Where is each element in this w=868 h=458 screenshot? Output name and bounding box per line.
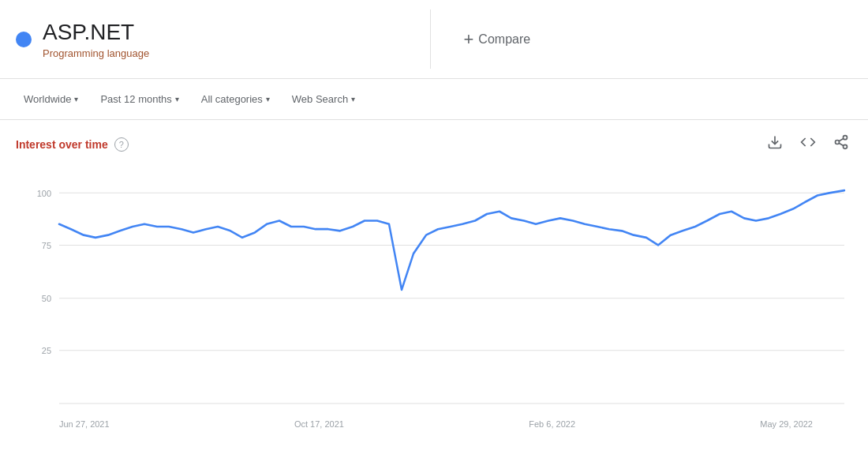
header-left: ASP.NET Programming language bbox=[16, 9, 431, 69]
x-label-2: Oct 17, 2021 bbox=[294, 419, 344, 429]
svg-text:50: 50 bbox=[42, 294, 51, 303]
chart-title: Interest over time bbox=[16, 138, 108, 151]
period-label: Past 12 months bbox=[100, 93, 171, 105]
compare-plus-icon: + bbox=[464, 29, 474, 50]
x-label-3: Feb 6, 2022 bbox=[529, 419, 575, 429]
embed-button[interactable] bbox=[797, 133, 819, 156]
trend-line bbox=[59, 190, 844, 290]
header: ASP.NET Programming language + Compare bbox=[0, 0, 868, 79]
search-type-label: Web Search bbox=[292, 93, 348, 105]
chevron-down-icon: ▾ bbox=[175, 95, 179, 103]
svg-point-3 bbox=[844, 145, 847, 148]
chart-header: Interest over time ? bbox=[16, 133, 852, 156]
svg-text:75: 75 bbox=[42, 240, 51, 250]
svg-text:25: 25 bbox=[42, 346, 51, 355]
svg-line-4 bbox=[839, 143, 844, 145]
term-title: ASP.NET bbox=[43, 19, 149, 46]
share-button[interactable] bbox=[830, 133, 852, 156]
x-label-4: May 29, 2022 bbox=[760, 419, 813, 429]
term-subtitle: Programming language bbox=[43, 47, 149, 59]
compare-button[interactable]: + Compare bbox=[455, 23, 541, 56]
chevron-down-icon: ▾ bbox=[351, 95, 355, 103]
chart-section: Interest over time ? bbox=[0, 120, 868, 437]
search-type-filter[interactable]: Web Search ▾ bbox=[284, 88, 363, 110]
chart-title-area: Interest over time ? bbox=[16, 137, 129, 152]
category-label: All categories bbox=[201, 93, 263, 105]
chevron-down-icon: ▾ bbox=[74, 95, 78, 103]
region-label: Worldwide bbox=[24, 93, 71, 105]
svg-line-5 bbox=[839, 138, 844, 141]
region-filter[interactable]: Worldwide ▾ bbox=[16, 88, 86, 110]
x-label-1: Jun 27, 2021 bbox=[59, 419, 110, 429]
category-filter[interactable]: All categories ▾ bbox=[193, 88, 278, 110]
header-right: + Compare bbox=[431, 23, 853, 56]
chevron-down-icon: ▾ bbox=[266, 95, 270, 103]
svg-text:100: 100 bbox=[37, 188, 51, 197]
period-filter[interactable]: Past 12 months ▾ bbox=[92, 88, 186, 110]
interest-chart: 100 75 50 25 bbox=[16, 163, 852, 416]
download-button[interactable] bbox=[764, 133, 786, 156]
chart-actions bbox=[764, 133, 852, 156]
svg-point-2 bbox=[836, 141, 840, 145]
compare-label: Compare bbox=[478, 32, 530, 47]
svg-point-1 bbox=[844, 136, 847, 140]
term-info: ASP.NET Programming language bbox=[43, 19, 149, 59]
help-icon[interactable]: ? bbox=[114, 137, 129, 152]
chart-area: 100 75 50 25 bbox=[16, 163, 852, 416]
filters-bar: Worldwide ▾ Past 12 months ▾ All categor… bbox=[0, 79, 868, 120]
x-axis-labels: Jun 27, 2021 Oct 17, 2021 Feb 6, 2022 Ma… bbox=[16, 416, 852, 429]
term-color-dot bbox=[16, 32, 32, 47]
